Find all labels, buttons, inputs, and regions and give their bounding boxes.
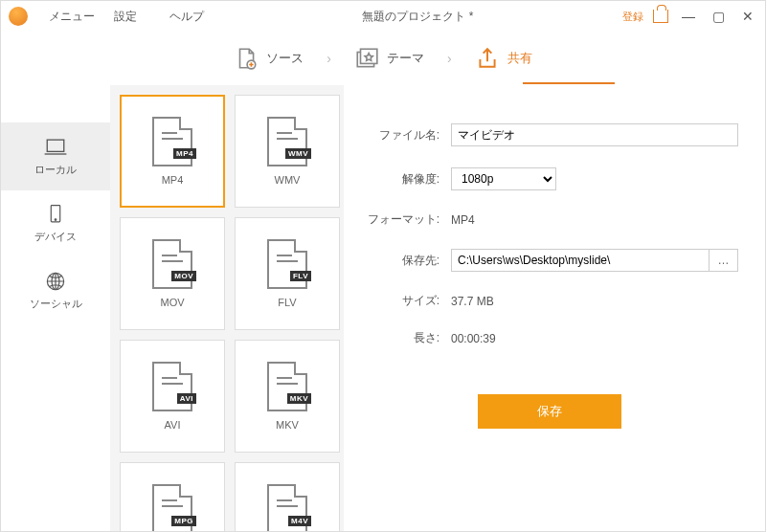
format-tile-avi[interactable]: AVIAVI: [120, 340, 225, 453]
sidebar-label: ローカル: [34, 163, 77, 177]
format-label: WMV: [275, 174, 301, 186]
format-grid[interactable]: MP4MP4WMVWMVMOVMOVFLVFLVAVIAVIMKVMKVMPGM…: [110, 85, 344, 532]
label-size: サイズ:: [361, 293, 451, 309]
chevron-right-icon: ›: [447, 51, 452, 66]
file-icon: MPG: [152, 484, 192, 532]
format-label: MKV: [276, 419, 299, 431]
share-icon: [475, 46, 500, 71]
sidebar-tab-local[interactable]: ローカル: [1, 123, 110, 190]
menu-menu[interactable]: メニュー: [49, 9, 95, 25]
step-share[interactable]: 共有: [469, 46, 538, 71]
menu-help[interactable]: ヘルプ: [169, 9, 204, 25]
format-tile-mpg[interactable]: MPGMPG: [120, 462, 225, 532]
filename-input[interactable]: [451, 123, 738, 146]
resolution-select[interactable]: 1080p: [451, 167, 556, 190]
label-format: フォーマット:: [361, 211, 451, 228]
app-logo-icon: [9, 7, 28, 26]
file-icon: AVI: [152, 362, 192, 411]
maximize-button[interactable]: ▢: [709, 9, 729, 24]
project-title: 無題のプロジェクト *: [214, 9, 622, 25]
format-label: MP4: [162, 174, 184, 186]
step-label: テーマ: [387, 50, 424, 67]
label-filename: ファイル名:: [361, 127, 451, 144]
register-link[interactable]: 登録: [622, 10, 643, 24]
browse-button[interactable]: …: [710, 249, 738, 272]
active-step-underline: [523, 82, 615, 84]
file-icon: WMV: [267, 117, 307, 166]
sidebar: ローカル デバイス ソーシャル: [1, 85, 110, 532]
savepath-input[interactable]: [451, 249, 710, 272]
menu-settings[interactable]: 設定: [114, 9, 137, 25]
chevron-right-icon: ›: [327, 51, 331, 66]
label-length: 長さ:: [361, 330, 451, 346]
file-icon: MP4: [152, 117, 192, 166]
length-value: 00:00:39: [451, 332, 496, 345]
format-tile-wmv[interactable]: WMVWMV: [235, 95, 340, 208]
sidebar-label: ソーシャル: [30, 297, 82, 311]
svg-point-5: [55, 219, 56, 221]
format-tile-m4v[interactable]: M4VM4V: [235, 462, 340, 532]
file-icon: FLV: [267, 239, 307, 289]
document-plus-icon: [234, 46, 259, 71]
globe-icon: [42, 271, 69, 292]
label-savepath: 保存先:: [361, 253, 451, 269]
format-tile-mov[interactable]: MOVMOV: [120, 217, 225, 330]
step-label: 共有: [507, 50, 532, 67]
format-tile-mp4[interactable]: MP4MP4: [120, 95, 225, 208]
step-source[interactable]: ソース: [228, 46, 309, 71]
file-icon: MOV: [152, 239, 192, 289]
format-label: AVI: [165, 419, 181, 431]
phone-icon: [42, 204, 69, 225]
sidebar-label: デバイス: [34, 230, 77, 244]
sidebar-tab-device[interactable]: デバイス: [1, 190, 110, 257]
format-label: FLV: [278, 297, 296, 308]
format-tile-mkv[interactable]: MKVMKV: [235, 340, 340, 453]
format-label: MOV: [160, 297, 184, 308]
file-icon: M4V: [267, 484, 307, 532]
laptop-icon: [42, 137, 69, 158]
sidebar-tab-social[interactable]: ソーシャル: [1, 257, 110, 324]
step-label: ソース: [266, 50, 304, 67]
star-stack-icon: [354, 46, 379, 71]
cart-icon[interactable]: [653, 10, 668, 23]
main-area: ローカル デバイス ソーシャル MP4MP4WMVWMVMOVMOVFLVFLV…: [1, 85, 765, 532]
export-form: ファイル名: 解像度: 1080p フォーマット: MP4 保存先: … サイズ…: [344, 85, 765, 532]
format-tile-flv[interactable]: FLVFLV: [235, 217, 340, 330]
step-theme[interactable]: テーマ: [349, 46, 430, 71]
minimize-button[interactable]: —: [678, 9, 699, 24]
svg-rect-3: [47, 140, 64, 151]
step-bar: ソース › テーマ › 共有: [1, 32, 765, 85]
file-icon: MKV: [267, 362, 307, 411]
save-button[interactable]: 保存: [478, 394, 621, 429]
size-value: 37.7 MB: [451, 295, 494, 308]
svg-rect-2: [361, 49, 377, 63]
close-button[interactable]: ✕: [738, 9, 757, 24]
format-value: MP4: [451, 213, 475, 227]
title-bar: メニュー 設定 ヘルプ 無題のプロジェクト * 登録 — ▢ ✕: [1, 1, 765, 32]
label-resolution: 解像度:: [361, 171, 451, 188]
